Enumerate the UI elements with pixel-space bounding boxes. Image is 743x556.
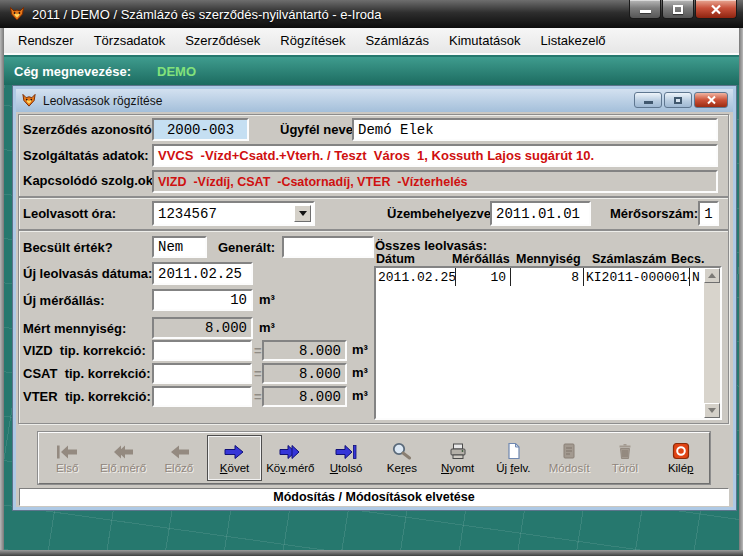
quantity-field: 8.000 xyxy=(152,317,253,339)
table-row[interactable]: 2011.02.25 10 8 KI2011-0000014 N xyxy=(376,268,720,286)
window-frame-bottom xyxy=(0,550,743,556)
header-meroallas: Mérőállás xyxy=(452,252,510,266)
vter-correction-input[interactable] xyxy=(152,386,252,407)
meter-combobox[interactable]: 1234567 xyxy=(152,201,315,226)
menu-rogzitesek[interactable]: Rögzítések xyxy=(270,29,355,52)
maximize-icon xyxy=(673,5,683,14)
navigation-toolbar: Első Elő.mérő Előző xyxy=(38,432,710,484)
header-mennyiseg: Mennyiség xyxy=(516,252,581,266)
menu-szerzodesek[interactable]: Szerződések xyxy=(175,29,270,52)
window-frame-right xyxy=(739,0,743,556)
prev-button: Előző xyxy=(151,435,206,481)
next-button[interactable]: Követ xyxy=(207,435,262,481)
readings-dialog: Leolvasások rögzítése Szerződés azonosít… xyxy=(13,86,736,510)
quantity-label: Mért mennyiség: xyxy=(23,321,126,336)
prev-meter-icon xyxy=(112,442,134,460)
meter-serial-field[interactable]: 1 xyxy=(698,201,719,226)
last-button[interactable]: Utolsó xyxy=(319,435,374,481)
trash-icon xyxy=(614,442,636,460)
vizd-correction-label: VIZD tip. korrekció: xyxy=(23,343,146,358)
new-date-label: Új leolvasás dátuma: xyxy=(23,266,152,281)
menu-szamlazas[interactable]: Számlázás xyxy=(355,29,439,52)
readings-table[interactable]: 2011.02.25 10 8 KI2011-0000014 N xyxy=(374,266,722,420)
prev-meter-button: Elő.mérő xyxy=(96,435,151,481)
status-text: Módosítás / Módosítások elvetése xyxy=(273,490,474,504)
print-button[interactable]: Nyomt xyxy=(430,435,485,481)
next-meter-icon xyxy=(279,442,301,460)
csat-equals-sign: = xyxy=(254,366,262,381)
estimated-field[interactable]: Nem xyxy=(152,236,207,258)
service-field[interactable]: VVCS -Vízd+Csatd.+Vterh. / Teszt Város 1… xyxy=(152,144,718,167)
readings-title: Összes leolvasás: xyxy=(375,238,487,253)
table-scrollbar[interactable] xyxy=(704,268,720,418)
new-reading-label: Új mérőállás: xyxy=(23,293,105,308)
csat-correction-unit: m³ xyxy=(352,365,368,380)
dialog-close-icon xyxy=(706,95,717,105)
window-title: 2011 / DEMO / Számlázó és szerződés-nyil… xyxy=(32,7,381,22)
cell-datum: 2011.02.25 xyxy=(376,268,456,286)
prev-meter-button-label: Elő.mérő xyxy=(100,462,146,474)
dialog-restore-icon xyxy=(674,97,682,104)
vizd-correction-input[interactable] xyxy=(152,340,252,361)
cell-szamlaszam: KI2011-0000014 xyxy=(584,268,690,286)
csat-correction-result: 8.000 xyxy=(262,363,347,384)
menu-torzsadatok[interactable]: Törzsadatok xyxy=(84,29,176,52)
window-frame-left xyxy=(0,0,4,556)
dialog-close-button[interactable] xyxy=(694,92,728,108)
scroll-down-icon xyxy=(708,408,716,413)
header-becs: Becs. xyxy=(671,252,704,266)
scroll-up-button[interactable] xyxy=(704,268,720,283)
contract-field[interactable]: 2000-003 xyxy=(152,118,249,141)
edit-button-label: Módosít xyxy=(549,462,590,474)
application-window: 2011 / DEMO / Számlázó és szerződés-nyil… xyxy=(0,0,743,556)
new-record-button-label: Új felv. xyxy=(496,462,530,474)
last-record-icon xyxy=(335,442,357,460)
dialog-fox-icon xyxy=(21,93,37,108)
exit-button-label: Kilép xyxy=(668,462,694,474)
generated-field[interactable] xyxy=(282,236,374,258)
cell-meroallas: 10 xyxy=(456,268,511,286)
next-record-icon xyxy=(224,442,246,460)
scroll-up-icon xyxy=(708,273,716,278)
customer-field[interactable]: Demó Elek xyxy=(352,118,718,141)
next-meter-button-label: Köv.mérő xyxy=(266,462,314,474)
meter-label: Leolvasott óra: xyxy=(23,206,116,221)
menu-kimutatasok[interactable]: Kimutatások xyxy=(439,29,531,52)
main-titlebar[interactable]: 2011 / DEMO / Számlázó és szerződés-nyil… xyxy=(0,0,743,28)
dialog-titlebar[interactable]: Leolvasások rögzítése xyxy=(16,89,733,112)
combo-dropdown-button[interactable] xyxy=(294,205,311,222)
header-datum: Dátum xyxy=(376,252,415,266)
service-label: Szolgáltatás adatok: xyxy=(23,148,149,163)
maximize-button[interactable] xyxy=(662,0,694,19)
new-reading-field[interactable]: 10 xyxy=(152,289,253,311)
search-button[interactable]: Keres xyxy=(374,435,429,481)
next-meter-button[interactable]: Köv.mérő xyxy=(263,435,318,481)
dialog-minimize-button[interactable] xyxy=(634,92,662,108)
menu-listakezelo[interactable]: Listakezelő xyxy=(531,29,616,52)
related-services-field: VIZD -Vízdíj, CSAT -Csatornadíj, VTER -V… xyxy=(152,170,718,193)
new-date-field[interactable]: 2011.02.25 xyxy=(152,262,253,285)
new-record-button[interactable]: Új felv. xyxy=(486,435,541,481)
delete-button-label: Töröl xyxy=(612,462,638,474)
menu-rendszer[interactable]: Rendszer xyxy=(8,29,84,52)
dialog-restore-button[interactable] xyxy=(664,92,692,108)
first-button: Első xyxy=(40,435,95,481)
exit-button[interactable]: Kilép xyxy=(653,435,708,481)
csat-correction-input[interactable] xyxy=(152,363,252,384)
customer-label: Ügyfél neve: xyxy=(280,122,357,137)
csat-correction-label: CSAT tip. korrekció: xyxy=(23,366,151,381)
cell-becs: N xyxy=(690,268,704,286)
installed-field[interactable]: 2011.01.01 xyxy=(490,201,591,226)
next-button-label: Követ xyxy=(220,462,249,474)
meter-serial-label: Mérősorszám: xyxy=(610,206,698,221)
vizd-equals-sign: = xyxy=(254,343,262,358)
scroll-down-button[interactable] xyxy=(704,403,720,418)
search-icon xyxy=(391,442,413,460)
company-value: DEMO xyxy=(157,64,196,79)
dialog-title: Leolvasások rögzítése xyxy=(43,94,162,108)
close-button[interactable] xyxy=(695,0,737,19)
edit-icon xyxy=(558,442,580,460)
minimize-button[interactable] xyxy=(629,0,661,19)
exit-power-icon xyxy=(670,442,692,460)
close-icon xyxy=(710,4,722,15)
